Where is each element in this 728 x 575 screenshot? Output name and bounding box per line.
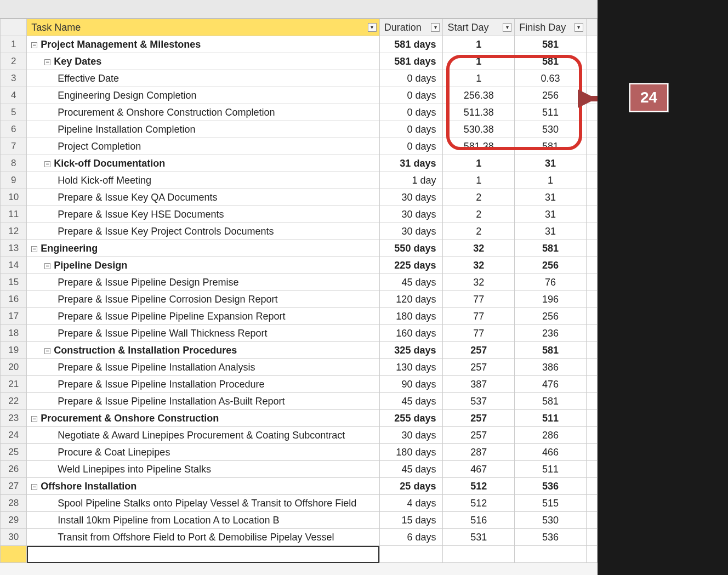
start-day-cell[interactable]: 1 — [443, 172, 515, 189]
finish-day-cell[interactable]: 515 — [515, 495, 587, 512]
start-day-cell[interactable]: 531 — [443, 529, 515, 546]
table-row[interactable]: 7Project Completion0 days581.38581 — [1, 138, 598, 155]
row-number[interactable]: 4 — [1, 87, 27, 104]
task-name-cell[interactable]: −Construction & Installation Procedures — [27, 342, 380, 359]
filter-dropdown-icon[interactable]: ▾ — [431, 23, 440, 32]
start-day-cell[interactable]: 287 — [443, 444, 515, 461]
table-row[interactable]: 9Hold Kick-off Meeting1 day11 — [1, 172, 598, 189]
duration-cell[interactable]: 180 days — [379, 444, 443, 461]
table-row[interactable]: 12Prepare & Issue Key Project Controls D… — [1, 223, 598, 240]
finish-day-cell[interactable]: 256 — [515, 308, 587, 325]
row-number[interactable]: 9 — [1, 172, 27, 189]
finish-day-cell[interactable]: 530 — [515, 512, 587, 529]
table-row[interactable]: 19−Construction & Installation Procedure… — [1, 342, 598, 359]
row-number[interactable]: 30 — [1, 529, 27, 546]
start-day-cell[interactable]: 257 — [443, 410, 515, 427]
task-name-cell[interactable]: Procure & Coat Linepipes — [27, 444, 380, 461]
row-number[interactable]: 28 — [1, 495, 27, 512]
row-number[interactable]: 6 — [1, 121, 27, 138]
table-row[interactable]: 21Prepare & Issue Pipeline Installation … — [1, 376, 598, 393]
duration-cell[interactable]: 1 day — [379, 172, 443, 189]
finish-day-cell[interactable]: 31 — [515, 223, 587, 240]
filter-dropdown-icon[interactable]: ▾ — [368, 23, 377, 32]
row-number[interactable]: 1 — [1, 36, 27, 53]
duration-cell[interactable]: 0 days — [379, 121, 443, 138]
select-all-corner[interactable] — [1, 19, 27, 36]
duration-cell[interactable]: 30 days — [379, 427, 443, 444]
table-row[interactable]: 6Pipeline Installation Completion0 days5… — [1, 121, 598, 138]
col-header-duration[interactable]: Duration ▾ — [379, 19, 443, 36]
table-row[interactable]: 10Prepare & Issue Key QA Documents30 day… — [1, 189, 598, 206]
duration-cell[interactable] — [379, 546, 443, 563]
finish-day-cell[interactable]: 196 — [515, 291, 587, 308]
duration-cell[interactable]: 30 days — [379, 223, 443, 240]
duration-cell[interactable]: 225 days — [379, 257, 443, 274]
start-day-cell[interactable]: 512 — [443, 478, 515, 495]
finish-day-cell[interactable]: 581 — [515, 393, 587, 410]
task-name-cell[interactable]: −Engineering — [27, 240, 380, 257]
start-day-cell[interactable]: 1 — [443, 155, 515, 172]
table-row[interactable]: 16Prepare & Issue Pipeline Corrosion Des… — [1, 291, 598, 308]
duration-cell[interactable]: 0 days — [379, 70, 443, 87]
duration-cell[interactable]: 581 days — [379, 36, 443, 53]
finish-day-cell[interactable]: 536 — [515, 478, 587, 495]
row-number[interactable]: 16 — [1, 291, 27, 308]
table-row[interactable]: 17Prepare & Issue Pipeline Pipeline Expa… — [1, 308, 598, 325]
task-name-cell[interactable]: −Procurement & Onshore Construction — [27, 410, 380, 427]
col-header-task[interactable]: Task Name ▾ — [27, 19, 380, 36]
finish-day-cell[interactable]: 236 — [515, 325, 587, 342]
start-day-cell[interactable]: 77 — [443, 291, 515, 308]
start-day-cell[interactable]: 257 — [443, 359, 515, 376]
task-name-cell[interactable]: −Offshore Installation — [27, 478, 380, 495]
outline-collapse-icon[interactable]: − — [44, 263, 50, 269]
duration-cell[interactable]: 0 days — [379, 138, 443, 155]
row-number[interactable]: 20 — [1, 359, 27, 376]
row-number[interactable]: 18 — [1, 325, 27, 342]
table-row[interactable]: 22Prepare & Issue Pipeline Installation … — [1, 393, 598, 410]
start-day-cell[interactable]: 256.38 — [443, 87, 515, 104]
row-number[interactable]: 24 — [1, 427, 27, 444]
finish-day-cell[interactable]: 0.63 — [515, 70, 587, 87]
duration-cell[interactable]: 160 days — [379, 325, 443, 342]
finish-day-cell[interactable]: 581 — [515, 342, 587, 359]
duration-cell[interactable]: 25 days — [379, 478, 443, 495]
finish-day-cell[interactable]: 581 — [515, 138, 587, 155]
start-day-cell[interactable]: 1 — [443, 53, 515, 70]
table-row[interactable]: 25Procure & Coat Linepipes180 days287466 — [1, 444, 598, 461]
start-day-cell[interactable]: 467 — [443, 461, 515, 478]
duration-cell[interactable]: 30 days — [379, 206, 443, 223]
finish-day-cell[interactable]: 31 — [515, 206, 587, 223]
filter-dropdown-icon[interactable]: ▾ — [503, 23, 511, 32]
table-row[interactable]: 5Procurement & Onshore Construction Comp… — [1, 104, 598, 121]
duration-cell[interactable]: 90 days — [379, 376, 443, 393]
table-row[interactable]: 15Prepare & Issue Pipeline Design Premis… — [1, 274, 598, 291]
start-day-cell[interactable]: 257 — [443, 342, 515, 359]
row-number[interactable]: 13 — [1, 240, 27, 257]
start-day-cell[interactable]: 511.38 — [443, 104, 515, 121]
finish-day-cell[interactable]: 530 — [515, 121, 587, 138]
task-name-input-cell[interactable] — [27, 546, 380, 563]
start-day-cell[interactable]: 77 — [443, 308, 515, 325]
start-day-cell[interactable]: 2 — [443, 206, 515, 223]
duration-cell[interactable]: 0 days — [379, 87, 443, 104]
finish-day-cell[interactable]: 536 — [515, 529, 587, 546]
duration-cell[interactable]: 45 days — [379, 393, 443, 410]
row-number[interactable]: 22 — [1, 393, 27, 410]
duration-cell[interactable]: 45 days — [379, 461, 443, 478]
start-day-cell[interactable]: 2 — [443, 223, 515, 240]
task-name-cell[interactable]: Pipeline Installation Completion — [27, 121, 380, 138]
start-day-cell[interactable]: 516 — [443, 512, 515, 529]
table-row[interactable]: 26Weld Linepipes into Pipeline Stalks45 … — [1, 461, 598, 478]
duration-cell[interactable]: 15 days — [379, 512, 443, 529]
start-day-cell[interactable]: 387 — [443, 376, 515, 393]
task-name-cell[interactable]: Prepare & Issue Pipeline Installation An… — [27, 359, 380, 376]
row-number[interactable]: 17 — [1, 308, 27, 325]
outline-collapse-icon[interactable]: − — [31, 416, 37, 422]
table-row[interactable]: 11Prepare & Issue Key HSE Documents30 da… — [1, 206, 598, 223]
outline-collapse-icon[interactable]: − — [31, 246, 37, 252]
duration-cell[interactable]: 45 days — [379, 274, 443, 291]
table-row[interactable]: 14−Pipeline Design225 days32256 — [1, 257, 598, 274]
task-name-cell[interactable]: Prepare & Issue Pipeline Corrosion Desig… — [27, 291, 380, 308]
task-name-cell[interactable]: Effective Date — [27, 70, 380, 87]
finish-day-cell[interactable]: 466 — [515, 444, 587, 461]
